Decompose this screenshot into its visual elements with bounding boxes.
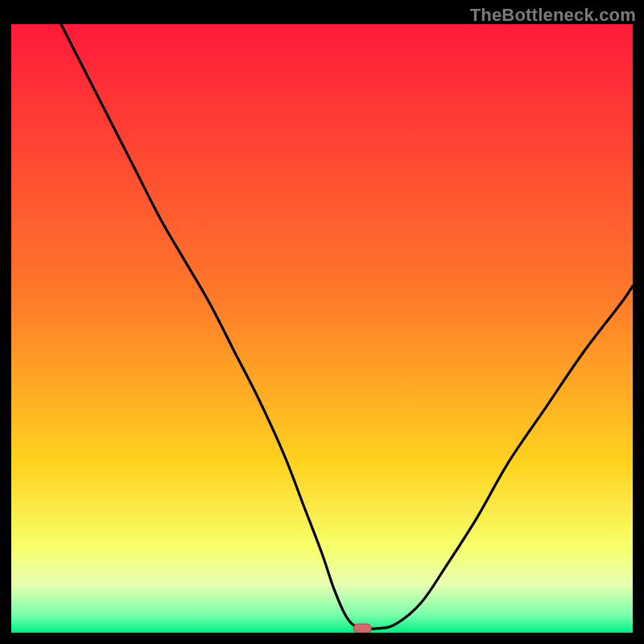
minimum-marker [353,624,371,633]
heat-gradient-bg [11,24,633,633]
watermark-text: TheBottleneck.com [470,5,636,26]
plot-area [11,24,633,633]
chart-svg [11,24,633,633]
chart-container: TheBottleneck.com [0,0,644,644]
